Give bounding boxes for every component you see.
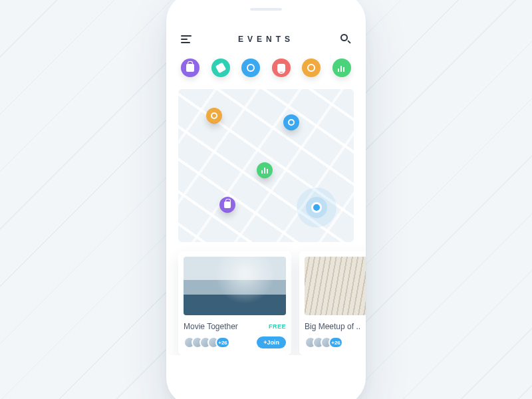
category-art[interactable] [211, 59, 230, 77]
chart-icon [338, 64, 346, 72]
film-icon [288, 119, 295, 126]
event-thumbnail [305, 257, 366, 315]
map-view[interactable] [178, 89, 354, 242]
food-icon [307, 64, 315, 72]
phone-frame: EVENTS Movie Together FREE [166, 0, 366, 399]
join-button[interactable]: +Join [257, 336, 286, 348]
map-pin-movies[interactable] [283, 114, 299, 130]
film-icon [247, 64, 255, 72]
event-title: Big Meetup of .. [305, 322, 360, 331]
attendee-more-count: +26 [329, 336, 343, 348]
event-price-badge: FREE [269, 323, 286, 330]
category-shopping[interactable] [181, 59, 200, 77]
mic-icon [277, 64, 285, 72]
category-movies[interactable] [241, 59, 260, 77]
category-row [166, 49, 366, 84]
event-card-list: Movie Together FREE +26 +Join Big Meetup… [166, 242, 366, 355]
category-outdoors[interactable] [332, 59, 351, 77]
bag-icon [224, 201, 231, 208]
attendee-avatars: +26 [305, 336, 343, 348]
category-food[interactable] [302, 59, 321, 77]
map-current-location [311, 202, 322, 213]
event-card[interactable]: Big Meetup of .. +26 [299, 251, 366, 355]
attendee-avatars: +26 [184, 336, 230, 348]
brush-icon [215, 63, 225, 73]
food-icon [211, 112, 217, 119]
event-title: Movie Together [184, 322, 238, 331]
event-card[interactable]: Movie Together FREE +26 +Join [178, 251, 291, 355]
attendee-more-count: +26 [215, 336, 230, 348]
header: EVENTS [166, 29, 366, 49]
menu-icon[interactable] [181, 35, 192, 43]
bag-icon [186, 64, 194, 72]
search-icon[interactable] [340, 34, 351, 45]
map-pin-food[interactable] [206, 108, 222, 124]
category-music[interactable] [272, 59, 291, 77]
phone-speaker [250, 8, 282, 11]
chart-icon [261, 167, 268, 174]
event-thumbnail [184, 257, 286, 315]
page-title: EVENTS [238, 35, 294, 44]
map-pin-shopping[interactable] [219, 197, 235, 213]
map-pin-outdoors[interactable] [257, 162, 273, 178]
